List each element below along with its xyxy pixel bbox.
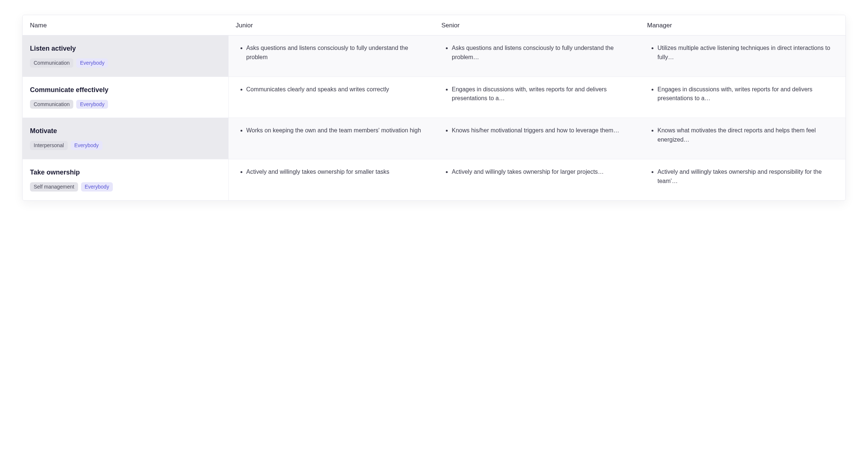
level-bullets: Utilizes multiple active listening techn… xyxy=(647,44,838,62)
level-bullets: Engages in discussions with, writes repo… xyxy=(647,85,838,104)
skill-tag-category[interactable]: Interpersonal xyxy=(30,141,68,150)
level-bullet: Asks questions and listens consciously t… xyxy=(246,44,427,62)
level-cell-junior[interactable]: Actively and willingly takes ownership f… xyxy=(228,159,434,200)
skill-tag-audience[interactable]: Everybody xyxy=(76,58,108,68)
level-bullet: Utilizes multiple active listening techn… xyxy=(657,44,838,62)
level-bullets: Actively and willingly takes ownership f… xyxy=(236,167,427,177)
level-bullets: Knows what motivates the direct reports … xyxy=(647,126,838,145)
level-bullet: Knows what motivates the direct reports … xyxy=(657,126,838,145)
column-header-manager[interactable]: Manager xyxy=(640,15,845,35)
level-cell-manager[interactable]: Engages in discussions with, writes repo… xyxy=(640,77,845,118)
level-bullets: Actively and willingly takes ownership a… xyxy=(647,167,838,186)
skill-name-cell: Communicate effectively Communication Ev… xyxy=(23,77,228,118)
level-cell-junior[interactable]: Works on keeping the own and the team me… xyxy=(228,118,434,159)
level-bullet: Actively and willingly takes ownership f… xyxy=(452,167,632,177)
skill-tags: Self management Everybody xyxy=(30,182,221,192)
table-row[interactable]: Motivate Interpersonal Everybody Works o… xyxy=(23,118,845,159)
level-cell-senior[interactable]: Asks questions and listens consciously t… xyxy=(434,35,640,77)
level-bullets: Asks questions and listens consciously t… xyxy=(236,44,427,62)
skill-title: Motivate xyxy=(30,126,221,136)
table-row[interactable]: Listen actively Communication Everybody … xyxy=(23,35,845,77)
level-bullets: Engages in discussions with, writes repo… xyxy=(441,85,632,104)
level-bullet: Communicates clearly and speaks and writ… xyxy=(246,85,427,94)
skill-tags: Communication Everybody xyxy=(30,58,221,68)
level-cell-junior[interactable]: Communicates clearly and speaks and writ… xyxy=(228,77,434,118)
level-bullet: Engages in discussions with, writes repo… xyxy=(657,85,838,104)
level-bullet: Knows his/her motivational triggers and … xyxy=(452,126,632,135)
level-cell-manager[interactable]: Utilizes multiple active listening techn… xyxy=(640,35,845,77)
skill-tags: Interpersonal Everybody xyxy=(30,141,221,150)
skill-tag-audience[interactable]: Everybody xyxy=(81,182,113,192)
level-bullet: Engages in discussions with, writes repo… xyxy=(452,85,632,104)
table-header-row: Name Junior Senior Manager xyxy=(23,15,845,35)
table-row[interactable]: Communicate effectively Communication Ev… xyxy=(23,77,845,118)
skill-name-cell: Listen actively Communication Everybody xyxy=(23,35,228,77)
skill-name-cell: Take ownership Self management Everybody xyxy=(23,159,228,200)
skill-tag-category[interactable]: Self management xyxy=(30,182,78,192)
competency-matrix-card: Name Junior Senior Manager Listen active… xyxy=(22,15,846,201)
level-bullet: Actively and willingly takes ownership a… xyxy=(657,167,838,186)
level-cell-senior[interactable]: Knows his/her motivational triggers and … xyxy=(434,118,640,159)
level-bullet: Works on keeping the own and the team me… xyxy=(246,126,427,135)
skill-title: Communicate effectively xyxy=(30,85,221,95)
column-header-name[interactable]: Name xyxy=(23,15,228,35)
level-cell-senior[interactable]: Engages in discussions with, writes repo… xyxy=(434,77,640,118)
column-header-junior[interactable]: Junior xyxy=(228,15,434,35)
table-row[interactable]: Take ownership Self management Everybody… xyxy=(23,159,845,200)
skill-tag-audience[interactable]: Everybody xyxy=(71,141,102,150)
level-bullets: Actively and willingly takes ownership f… xyxy=(441,167,632,177)
level-bullets: Communicates clearly and speaks and writ… xyxy=(236,85,427,94)
competency-table: Name Junior Senior Manager Listen active… xyxy=(23,15,845,200)
level-bullet: Asks questions and listens consciously t… xyxy=(452,44,632,62)
level-cell-senior[interactable]: Actively and willingly takes ownership f… xyxy=(434,159,640,200)
skill-title: Listen actively xyxy=(30,44,221,54)
skill-title: Take ownership xyxy=(30,167,221,178)
skill-tags: Communication Everybody xyxy=(30,100,221,109)
skill-tag-category[interactable]: Communication xyxy=(30,58,73,68)
skill-name-cell: Motivate Interpersonal Everybody xyxy=(23,118,228,159)
column-header-senior[interactable]: Senior xyxy=(434,15,640,35)
level-bullets: Asks questions and listens consciously t… xyxy=(441,44,632,62)
level-bullet: Actively and willingly takes ownership f… xyxy=(246,167,427,177)
level-bullets: Works on keeping the own and the team me… xyxy=(236,126,427,135)
level-cell-manager[interactable]: Actively and willingly takes ownership a… xyxy=(640,159,845,200)
level-bullets: Knows his/her motivational triggers and … xyxy=(441,126,632,135)
level-cell-junior[interactable]: Asks questions and listens consciously t… xyxy=(228,35,434,77)
skill-tag-audience[interactable]: Everybody xyxy=(76,100,108,109)
skill-tag-category[interactable]: Communication xyxy=(30,100,73,109)
level-cell-manager[interactable]: Knows what motivates the direct reports … xyxy=(640,118,845,159)
